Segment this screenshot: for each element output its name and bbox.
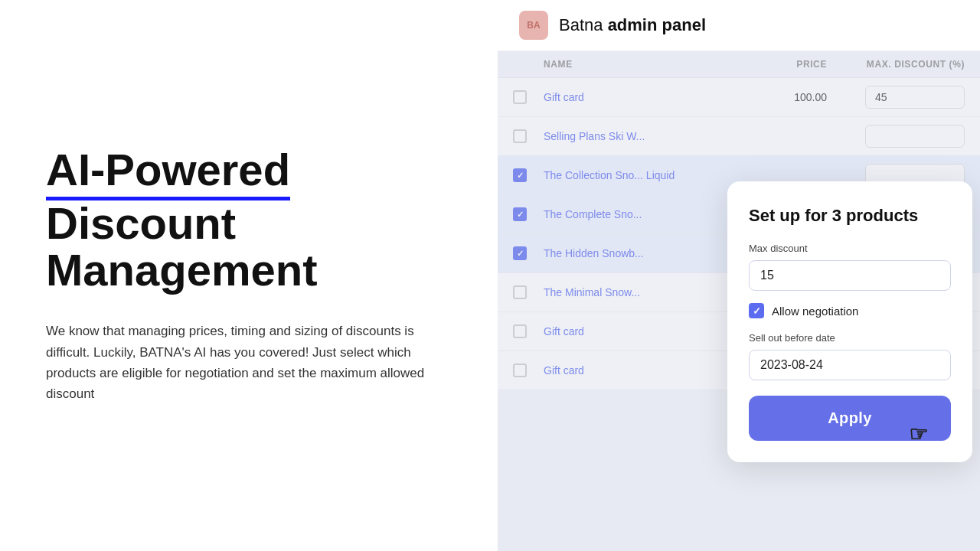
hero-description: We know that managing prices, timing and… bbox=[46, 321, 429, 404]
modal-overlay: Set up for 3 products Max discount Allow… bbox=[498, 51, 980, 551]
sell-out-date-input[interactable] bbox=[749, 350, 951, 380]
admin-title: Batna admin panel bbox=[559, 15, 706, 35]
max-discount-input[interactable] bbox=[749, 260, 951, 291]
hero-title-line2: Discount bbox=[46, 198, 236, 248]
allow-negotiation-row: Allow negotiation bbox=[749, 303, 951, 318]
sell-out-label: Sell out before date bbox=[749, 332, 951, 344]
admin-logo: BA bbox=[519, 11, 548, 40]
modal-title: Set up for 3 products bbox=[749, 206, 951, 226]
table-container: NAME PRICE MAX. DISCOUNT (%) Gift card 1… bbox=[498, 51, 980, 551]
apply-button[interactable]: Apply ☞ bbox=[749, 396, 951, 441]
admin-title-bold1: admin bbox=[608, 15, 658, 34]
allow-negotiation-checkbox[interactable] bbox=[749, 303, 764, 318]
cursor-icon: ☞ bbox=[909, 422, 928, 447]
admin-header: BA Batna admin panel bbox=[498, 0, 980, 51]
hero-title-line1: AI-Powered bbox=[46, 147, 290, 201]
allow-negotiation-label: Allow negotiation bbox=[772, 305, 858, 318]
left-panel: AI-Powered Discount Management We know t… bbox=[0, 0, 498, 551]
bulk-edit-modal: Set up for 3 products Max discount Allow… bbox=[727, 181, 972, 462]
hero-title: AI-Powered Discount Management bbox=[46, 147, 452, 294]
admin-title-bold2: panel bbox=[662, 15, 706, 34]
right-panel: BA Batna admin panel NAME PRICE MAX. DIS… bbox=[498, 0, 980, 551]
hero-title-line3: Management bbox=[46, 245, 318, 295]
admin-title-normal: Batna bbox=[559, 15, 603, 34]
max-discount-label: Max discount bbox=[749, 243, 951, 254]
